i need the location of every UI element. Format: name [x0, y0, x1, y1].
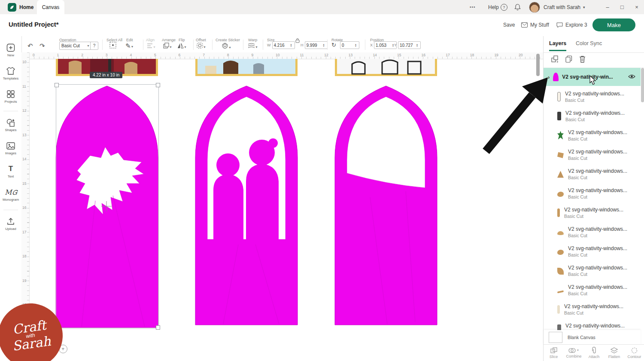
canvas[interactable]: 01234567891011121314151617181920 1011121…	[21, 52, 543, 361]
layer-thumbnail	[557, 152, 564, 158]
warp-button[interactable]: ▼	[248, 43, 258, 50]
layer-row[interactable]: V2 svg-nativity-windows... Basic Cut	[544, 145, 641, 164]
layer-row[interactable]: V2 svg-nativity-windows... Basic Cut	[544, 203, 641, 222]
help-menu[interactable]: Help ?	[488, 0, 507, 14]
height-stepper[interactable]: ▲▼	[323, 43, 325, 47]
tab-layers[interactable]: Layers	[549, 40, 566, 46]
layer-row[interactable]: V2 svg-nativity-windows... Basic Cut	[544, 184, 641, 203]
flip-button[interactable]: ▼	[177, 43, 187, 50]
maximize-button[interactable]: □	[615, 0, 629, 14]
minimize-button[interactable]: –	[600, 0, 615, 14]
layer-row[interactable]: V2 svg-nativity-windows... Basic Cut	[544, 106, 641, 125]
layer-type-label: Basic Cut	[568, 175, 632, 180]
combine-button[interactable]: ▼ Combine	[564, 345, 584, 361]
offset-button[interactable]: ▼	[197, 43, 206, 50]
rotate-stepper[interactable]: ▲▼	[355, 43, 357, 47]
y-stepper[interactable]: ▲▼	[416, 43, 418, 47]
lock-icon[interactable]	[295, 37, 300, 45]
selection-icon	[109, 42, 116, 49]
attach-button[interactable]: Attach	[584, 345, 604, 361]
layer-thumbnail	[557, 131, 564, 140]
edit-button[interactable]: ✎▼	[125, 42, 134, 50]
expand-chevron-icon[interactable]: ›	[548, 74, 550, 80]
tab-canvas[interactable]: Canvas	[37, 0, 64, 14]
save-button[interactable]: Save	[503, 22, 515, 28]
edit-toolbar: ↶ ↷ Operation Basic Cut▼ ? Select All Ed…	[21, 36, 543, 53]
upload-icon	[7, 217, 15, 226]
notifications-button[interactable]	[514, 0, 521, 14]
select-all-button[interactable]	[109, 42, 116, 50]
ruler-number: 12	[324, 53, 328, 57]
flatten-button[interactable]: Flatten	[604, 345, 624, 361]
home-label: Home	[19, 4, 33, 10]
operation-help-button[interactable]: ?	[90, 42, 98, 50]
overflow-menu[interactable]: •••	[470, 0, 476, 14]
layer-row[interactable]: V2 svg-nativity-windows... Basic Cut	[544, 87, 641, 106]
canvas-scrollbar-thumb[interactable]	[536, 54, 540, 76]
clipped-image-2[interactable]	[195, 59, 298, 76]
my-stuff-button[interactable]: My Stuff	[521, 22, 549, 28]
sidebar-item-images[interactable]: Images	[0, 138, 21, 159]
sidebar-item-templates[interactable]: Templates	[0, 63, 21, 84]
rotate-button[interactable]: ↻	[331, 42, 336, 48]
explore-button[interactable]: Explore 3	[556, 22, 587, 28]
layer-row[interactable]: V2 svg-nativity-windows... Basic Cut	[544, 125, 641, 145]
sidebar-item-new[interactable]: New	[0, 40, 21, 61]
ruler-number: 7	[203, 53, 205, 57]
operation-dropdown[interactable]: Basic Cut▼	[59, 42, 92, 50]
tab-color-sync[interactable]: Color Sync	[576, 40, 602, 46]
edit-label: Edit	[126, 38, 133, 42]
sidebar-item-text[interactable]: T Text	[0, 161, 21, 182]
clipped-image-3[interactable]	[335, 59, 437, 76]
layer-name: V2 svg-nativity-windows...	[568, 149, 632, 155]
panel-scrollbar-thumb[interactable]	[641, 68, 644, 102]
sidebar-item-upload[interactable]: Upload	[0, 213, 21, 235]
arrange-button[interactable]: ▼	[163, 43, 172, 50]
layer-row[interactable]: V2 svg-nativity-windows... Basic Cut	[544, 222, 641, 242]
layer-row[interactable]: V2 svg-nativity-windows... Basic Cut	[544, 261, 641, 280]
ruler-number: 2	[81, 53, 83, 57]
height-label: H	[301, 43, 304, 47]
layer-row[interactable]: V2 svg-nativity-windows... Basic Cut	[544, 319, 641, 330]
layer-row[interactable]: V2 svg-nativity-windows... Basic Cut	[544, 164, 641, 184]
delete-button[interactable]	[579, 55, 586, 64]
layer-row[interactable]: V2 svg-nativity-windows... Basic Cut	[544, 280, 641, 300]
ruler-number: 19	[494, 53, 498, 57]
visibility-eye-icon[interactable]	[628, 73, 635, 81]
layer-row[interactable]: V2 svg-nativity-windows... Basic Cut	[544, 300, 641, 319]
width-stepper[interactable]: ▲▼	[290, 43, 292, 47]
slice-icon	[550, 347, 557, 354]
make-button[interactable]: Make	[592, 18, 635, 31]
create-sticker-button[interactable]: ▼	[222, 43, 231, 50]
align-button[interactable]: ▼	[147, 43, 156, 50]
account-menu[interactable]: Craft with Sarah ▾	[529, 0, 585, 14]
size-tooltip: 4.22 in x 10 in	[90, 72, 122, 78]
layer-type-label: Basic Cut	[568, 156, 632, 161]
flip-label: Flip	[179, 38, 185, 42]
sidebar-item-shapes[interactable]: Shapes	[0, 114, 21, 136]
sidebar-item-projects[interactable]: Projects	[0, 86, 21, 107]
layer-thumbnail	[557, 268, 564, 275]
panel-tabs: Layers Color Sync	[544, 36, 644, 53]
ruler-number: 6	[179, 53, 181, 57]
duplicate-button[interactable]	[565, 55, 572, 64]
group-button[interactable]	[551, 55, 559, 64]
attach-icon	[592, 347, 596, 354]
layers-panel: Layers Color Sync › V2 svg-nativity-win.…	[543, 36, 644, 361]
home-tab[interactable]: Home	[3, 0, 38, 14]
ruler-number: 11	[300, 53, 304, 57]
help-icon: ?	[501, 4, 507, 11]
redo-button[interactable]: ↷	[39, 42, 45, 50]
slice-button[interactable]: Slice	[544, 345, 564, 361]
undo-button[interactable]: ↶	[27, 42, 33, 50]
layer-row[interactable]: V2 svg-nativity-windows... Basic Cut	[544, 242, 641, 261]
ruler-number: 4	[130, 53, 132, 57]
contour-button[interactable]: Contour	[624, 345, 644, 361]
blank-canvas-row[interactable]: Blank Canvas	[544, 330, 641, 345]
align-label: Align	[146, 38, 155, 42]
combine-icon	[568, 348, 576, 353]
layer-row-selected[interactable]: › V2 svg-nativity-win...	[544, 68, 641, 86]
sidebar-item-monogram[interactable]: M𝘎 Monogram	[0, 184, 21, 205]
close-button[interactable]: ×	[629, 0, 644, 14]
sidebar-divider	[3, 111, 18, 111]
